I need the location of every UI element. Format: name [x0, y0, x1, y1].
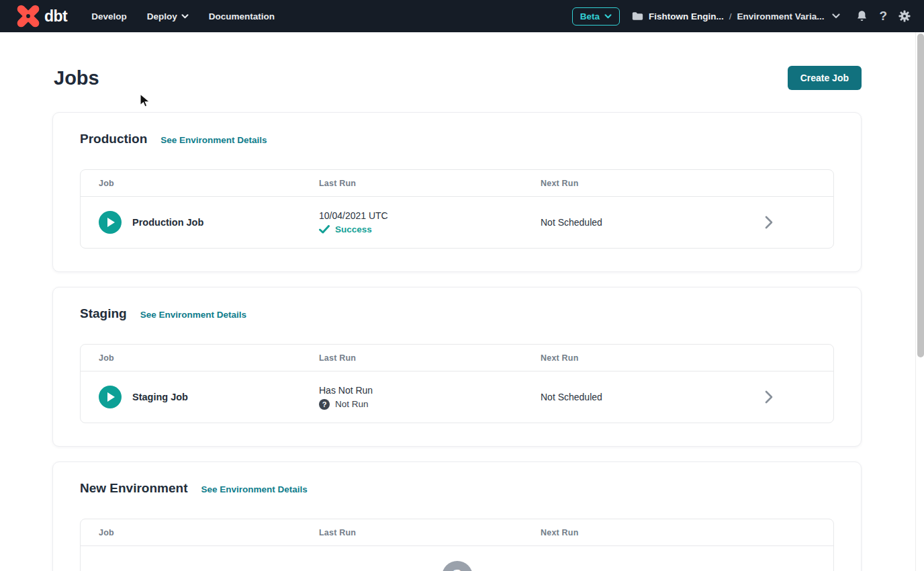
jobs-table-header: Job Last Run Next Run [81, 345, 833, 371]
environment-name: New Environment [80, 481, 187, 496]
nav-item-develop[interactable]: Develop [91, 11, 127, 21]
column-header-job: Job [99, 353, 319, 363]
top-nav: dbt Develop Deploy Documentation Beta Fi… [0, 0, 924, 32]
dbt-logo[interactable]: dbt [16, 4, 67, 28]
main-content: Jobs Create Job Production See Environme… [0, 66, 924, 571]
job-name: Staging Job [132, 392, 188, 402]
nav-item-documentation-label: Documentation [209, 11, 275, 21]
not-run-question-icon: ? [319, 399, 330, 410]
column-header-last-run: Last Run [319, 353, 541, 363]
breadcrumb-project: Environment Varia... [737, 11, 825, 21]
scrollbar-thumb[interactable] [917, 34, 924, 357]
help-icon[interactable]: ? [879, 9, 887, 24]
environment-card-new-environment: New Environment See Environment Details … [52, 462, 862, 571]
last-run-status: Success [335, 224, 372, 234]
last-run-date: 10/04/2021 UTC [319, 210, 541, 221]
folder-icon [632, 11, 643, 21]
chevron-right-icon[interactable] [765, 216, 773, 229]
see-environment-details-link[interactable]: See Environment Details [160, 135, 267, 145]
column-header-next-run: Next Run [541, 179, 815, 188]
success-check-icon [319, 225, 330, 234]
job-row-staging-job[interactable]: Staging Job Has Not Run ? Not Run Not Sc… [81, 371, 833, 423]
column-header-next-run: Next Run [541, 353, 815, 363]
run-job-button[interactable] [99, 211, 122, 234]
scrollbar-track[interactable] [915, 32, 924, 571]
beta-dropdown[interactable]: Beta [572, 7, 620, 26]
beta-label: Beta [580, 11, 600, 21]
column-header-job: Job [99, 179, 319, 188]
column-header-last-run: Last Run [319, 528, 541, 537]
notifications-bell-icon[interactable] [856, 10, 868, 22]
environment-card-production: Production See Environment Details Job L… [52, 112, 862, 272]
brand-name: dbt [44, 7, 67, 26]
page-title: Jobs [54, 67, 99, 89]
jobs-table-header: Job Last Run Next Run [81, 170, 833, 197]
jobs-table: Job Last Run Next Run Production Job 10/… [80, 169, 834, 249]
help-glyph: ? [879, 9, 887, 24]
environment-name: Production [80, 132, 147, 146]
nav-item-develop-label: Develop [91, 11, 127, 21]
dbt-logo-icon [16, 4, 40, 28]
chevron-down-icon [181, 14, 189, 19]
see-environment-details-link[interactable]: See Environment Details [140, 310, 246, 320]
see-environment-details-link[interactable]: See Environment Details [201, 484, 307, 494]
breadcrumb-account: Fishtown Engin... [649, 11, 724, 21]
job-row-production-job[interactable]: Production Job 10/04/2021 UTC Success No… [81, 197, 833, 248]
column-header-job: Job [99, 528, 319, 537]
nav-item-deploy-label: Deploy [147, 11, 177, 21]
job-name: Production Job [132, 217, 203, 228]
next-run-value: Not Scheduled [541, 217, 815, 228]
chevron-down-icon [604, 14, 612, 19]
gear-icon[interactable] [898, 10, 911, 22]
chevron-down-icon [832, 13, 840, 19]
empty-state-question-icon: ? [442, 561, 473, 571]
jobs-table-header: Job Last Run Next Run [81, 519, 833, 546]
column-header-next-run: Next Run [541, 528, 815, 537]
chevron-right-icon[interactable] [765, 390, 773, 404]
next-run-value: Not Scheduled [541, 392, 815, 402]
empty-jobs-state: ? [81, 546, 833, 571]
play-icon [107, 218, 115, 227]
environment-name: Staging [80, 306, 127, 321]
jobs-table: Job Last Run Next Run ? [80, 519, 834, 571]
run-job-button[interactable] [99, 386, 122, 408]
create-job-button[interactable]: Create Job [788, 66, 862, 90]
account-project-selector[interactable]: Fishtown Engin... / Environment Varia... [632, 11, 840, 21]
last-run-status: Not Run [335, 399, 369, 409]
nav-item-documentation[interactable]: Documentation [209, 11, 275, 21]
column-header-last-run: Last Run [319, 179, 541, 188]
nav-item-deploy[interactable]: Deploy [147, 11, 189, 21]
jobs-table: Job Last Run Next Run Staging Job Has No… [80, 344, 834, 423]
last-run-date: Has Not Run [319, 385, 541, 396]
breadcrumb-separator: / [729, 11, 732, 21]
environment-card-staging: Staging See Environment Details Job Last… [52, 287, 862, 447]
play-icon [107, 392, 115, 402]
